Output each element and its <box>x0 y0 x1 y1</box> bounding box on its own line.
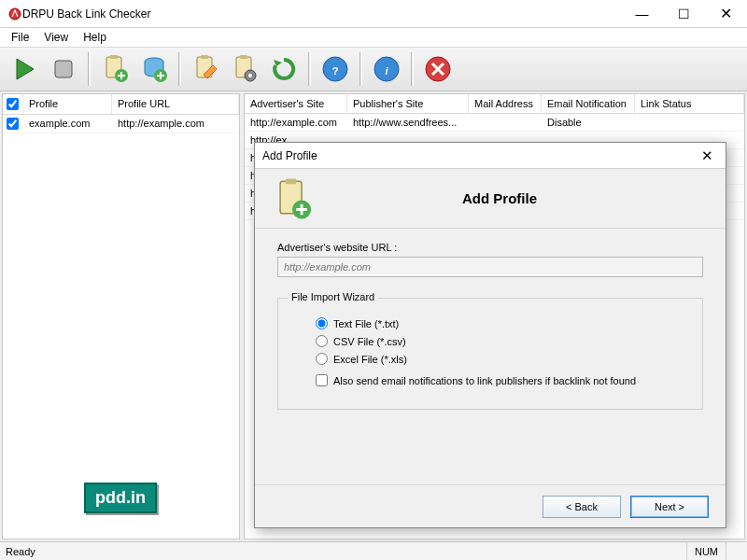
dialog-close-button[interactable]: ✕ <box>688 147 726 164</box>
toolbar-separator <box>88 52 91 86</box>
dialog-title: Add Profile <box>262 149 688 162</box>
notify-label: Also send email notifications to link pu… <box>333 375 636 386</box>
toolbar-separator <box>411 52 414 86</box>
toolbar: ? i <box>0 47 747 91</box>
menu-file[interactable]: File <box>4 29 36 46</box>
col-advertiser[interactable]: Advertiser's Site <box>245 94 347 113</box>
play-button[interactable] <box>6 50 43 88</box>
dialog-body: Advertiser's website URL : File Import W… <box>255 229 726 423</box>
dialog-heading: Add Profile <box>330 190 726 206</box>
svg-rect-1 <box>55 61 72 77</box>
dialog-header: Add Profile <box>255 169 726 229</box>
radio-txt[interactable] <box>316 317 328 329</box>
menu-view[interactable]: View <box>36 29 76 46</box>
statusbar: Ready NUM <box>0 541 747 560</box>
table-row[interactable]: example.com http://example.com <box>3 115 239 133</box>
add-profile-dialog: Add Profile ✕ Add Profile Advertiser's w… <box>254 142 726 528</box>
file-import-fieldset: File Import Wizard Text File (*.txt) CSV… <box>277 298 703 410</box>
toolbar-separator <box>359 52 362 86</box>
menubar: File View Help <box>0 28 747 47</box>
profile-list-header: Profile Profile URL <box>3 94 239 115</box>
exit-button[interactable] <box>419 50 457 88</box>
back-button[interactable]: < Back <box>543 496 621 518</box>
radio-txt-label: Text File (*.txt) <box>333 318 399 329</box>
resize-grip[interactable] <box>726 542 741 560</box>
cell-profile: example.com <box>23 115 112 133</box>
radio-csv[interactable] <box>316 335 328 347</box>
notify-checkbox[interactable] <box>316 374 328 386</box>
database-button[interactable] <box>135 50 173 88</box>
svg-text:?: ? <box>332 65 339 77</box>
cell-publisher: http://www.sendfrees... <box>347 114 469 131</box>
edit-profile-button[interactable] <box>187 50 224 88</box>
cell-profile-url: http://example.com <box>112 115 239 133</box>
col-status[interactable]: Link Status <box>635 94 744 113</box>
toolbar-separator <box>308 52 311 86</box>
col-profile[interactable]: Profile <box>23 94 112 114</box>
select-all-checkbox[interactable] <box>7 98 19 110</box>
svg-rect-19 <box>286 178 297 184</box>
cell-advertiser: http://example.com <box>245 114 347 131</box>
settings-profile-button[interactable] <box>226 50 263 88</box>
toolbar-separator <box>178 52 181 86</box>
titlebar: DRPU Back Link Checker — ☐ ✕ <box>0 0 747 28</box>
app-title: DRPU Back Link Checker <box>22 7 621 21</box>
menu-help[interactable]: Help <box>76 29 114 46</box>
cell-notification: Disable <box>542 114 635 131</box>
dialog-titlebar[interactable]: Add Profile ✕ <box>255 143 726 169</box>
url-label: Advertiser's website URL : <box>277 242 397 253</box>
add-profile-button[interactable] <box>96 50 134 88</box>
fieldset-legend: File Import Wizard <box>288 291 378 302</box>
minimize-button[interactable]: — <box>621 0 663 27</box>
info-button[interactable]: i <box>368 50 405 88</box>
col-publisher[interactable]: Publisher's Site <box>347 94 469 113</box>
clipboard-add-icon <box>255 177 330 220</box>
refresh-button[interactable] <box>265 50 303 88</box>
app-icon <box>7 7 22 21</box>
col-profile-url[interactable]: Profile URL <box>112 94 239 114</box>
watermark-badge: pdd.in <box>84 483 157 513</box>
radio-xls-label: Excel File (*.xls) <box>333 354 407 365</box>
radio-csv-label: CSV File (*.csv) <box>333 336 406 347</box>
col-mail[interactable]: Mail Address <box>469 94 542 113</box>
status-ready: Ready <box>6 546 35 557</box>
profile-list-panel: Profile Profile URL example.com http://e… <box>2 93 240 539</box>
advertiser-url-input[interactable] <box>277 257 703 277</box>
svg-rect-10 <box>240 55 247 59</box>
svg-rect-3 <box>110 55 118 59</box>
close-window-button[interactable]: ✕ <box>705 0 747 27</box>
dialog-footer: < Back Next > <box>255 484 726 527</box>
col-notification[interactable]: Email Notification <box>542 94 635 113</box>
stop-button[interactable] <box>45 50 82 88</box>
cell-mail <box>469 114 542 131</box>
next-button[interactable]: Next > <box>630 496 709 518</box>
cell-status <box>635 114 744 131</box>
links-header: Advertiser's Site Publisher's Site Mail … <box>245 94 744 114</box>
row-checkbox[interactable] <box>7 118 19 130</box>
svg-point-12 <box>248 74 252 77</box>
table-row[interactable]: http://example.comhttp://www.sendfrees..… <box>245 114 744 132</box>
status-num: NUM <box>686 542 726 560</box>
svg-rect-8 <box>201 55 208 59</box>
help-button[interactable]: ? <box>317 50 354 88</box>
maximize-button[interactable]: ☐ <box>663 0 705 27</box>
radio-xls[interactable] <box>316 353 328 365</box>
